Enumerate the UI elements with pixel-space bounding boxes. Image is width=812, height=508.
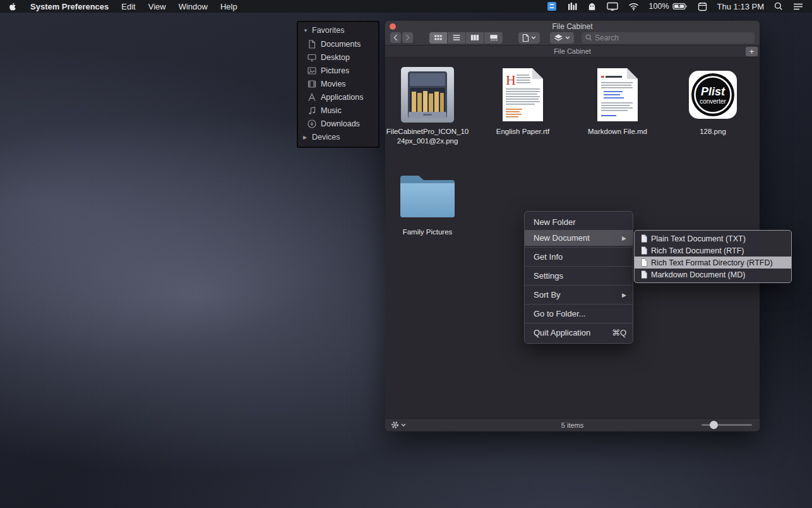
path-label: File Cabinet bbox=[554, 47, 591, 55]
app-menu-title[interactable]: System Preferences bbox=[24, 2, 115, 11]
add-tab-button[interactable]: + bbox=[746, 47, 758, 56]
context-menu: New Folder New Document ▶ Get Info Setti… bbox=[524, 211, 633, 344]
grid-view-icon bbox=[434, 34, 443, 41]
menu-edit[interactable]: Edit bbox=[115, 2, 141, 11]
music-icon bbox=[307, 106, 316, 115]
menu-separator bbox=[525, 266, 633, 267]
slider-knob[interactable] bbox=[710, 421, 718, 429]
file-item-english-paper[interactable]: H English Paper.rtf bbox=[479, 66, 567, 136]
folder-icon bbox=[397, 171, 458, 220]
menu-item-new-folder[interactable]: New Folder bbox=[525, 214, 633, 230]
submenu-item-rtf[interactable]: Rich Text Document (RTF) bbox=[635, 245, 791, 257]
chevron-right-icon bbox=[405, 34, 410, 41]
list-view-icon bbox=[452, 34, 461, 41]
menu-item-label: Get Info bbox=[534, 252, 563, 262]
sidebar-item-downloads[interactable]: Downloads bbox=[298, 117, 378, 130]
md-document-icon bbox=[596, 67, 639, 123]
battery-percent-label: 100% bbox=[649, 2, 669, 11]
icon-view-button[interactable] bbox=[429, 32, 448, 44]
wifi-icon[interactable] bbox=[628, 3, 639, 11]
file-item-filecabinet-png[interactable]: FileCabinetPro_ICON_1024px_001@2x.png bbox=[385, 66, 472, 146]
forward-button[interactable] bbox=[402, 32, 413, 43]
menu-item-label: Quit Application bbox=[534, 328, 590, 337]
sidebar-item-desktop[interactable]: Desktop bbox=[298, 51, 378, 64]
file-name: FileCabinetPro_ICON_1024px_001@2x.png bbox=[385, 127, 472, 146]
menu-item-settings[interactable]: Settings bbox=[525, 268, 633, 284]
disclosure-down-icon: ▼ bbox=[303, 28, 309, 33]
file-name: Family Pictures bbox=[385, 227, 472, 237]
search-icon bbox=[585, 34, 592, 41]
column-view-button[interactable] bbox=[466, 32, 484, 44]
favorites-header[interactable]: ▼ Favorites bbox=[298, 23, 378, 37]
menu-item-get-info[interactable]: Get Info bbox=[525, 249, 633, 265]
submenu-item-rtfd[interactable]: Rich Text Format Directory (RTFD) bbox=[635, 257, 791, 269]
devices-header[interactable]: ▶ Devices bbox=[298, 130, 378, 144]
search-field[interactable] bbox=[582, 32, 755, 44]
menubar-clock[interactable]: Thu 1:13 PM bbox=[717, 2, 764, 11]
submenu-item-txt[interactable]: Plain Text Document (TXT) bbox=[635, 233, 791, 245]
menu-item-quit-application[interactable]: Quit Application ⌘Q bbox=[525, 325, 633, 341]
sidebar-item-applications[interactable]: Applications bbox=[298, 90, 378, 104]
stack-action-button[interactable] bbox=[550, 32, 574, 44]
sidebar-item-label: Music bbox=[321, 106, 342, 115]
search-input[interactable] bbox=[595, 33, 751, 42]
spotlight-icon[interactable] bbox=[774, 2, 783, 11]
battery-status[interactable]: 100% bbox=[649, 2, 688, 11]
sidebar-item-label: Downloads bbox=[321, 119, 360, 128]
desktop-icon bbox=[307, 53, 316, 62]
logo-line1: Plist bbox=[701, 85, 725, 98]
sidebar-item-documents[interactable]: Documents bbox=[298, 37, 378, 51]
menu-item-sort-by[interactable]: Sort By ▶ bbox=[525, 287, 633, 303]
menu-window[interactable]: Window bbox=[172, 2, 214, 11]
movies-icon bbox=[307, 80, 316, 88]
display-status-icon[interactable] bbox=[607, 2, 618, 11]
submenu-item-md[interactable]: Markdown Document (MD) bbox=[635, 269, 791, 281]
bars-status-icon[interactable] bbox=[568, 2, 577, 11]
disclosure-right-icon: ▶ bbox=[303, 135, 309, 140]
submenu-item-label: Rich Text Format Directory (RTFD) bbox=[651, 258, 773, 267]
sidebar-item-movies[interactable]: Movies bbox=[298, 77, 378, 90]
document-icon bbox=[641, 234, 647, 243]
devices-label: Devices bbox=[312, 133, 340, 142]
gallery-view-button[interactable] bbox=[484, 32, 503, 44]
menu-item-label: Settings bbox=[534, 271, 563, 281]
document-action-button[interactable] bbox=[518, 32, 540, 44]
back-button[interactable] bbox=[390, 32, 401, 43]
file-cabinet-thumbnail-icon bbox=[399, 66, 456, 123]
file-name: 128.png bbox=[669, 127, 757, 136]
titlebar[interactable]: File Cabinet bbox=[385, 21, 760, 30]
menu-separator bbox=[525, 323, 633, 324]
sidebar-item-label: Documents bbox=[321, 40, 361, 49]
sidebar-item-label: Applications bbox=[321, 93, 363, 102]
calendar-status-icon[interactable] bbox=[698, 2, 707, 11]
menu-view[interactable]: View bbox=[142, 2, 172, 11]
menu-item-go-to-folder[interactable]: Go to Folder... bbox=[525, 306, 633, 322]
notification-center-icon[interactable] bbox=[793, 3, 803, 11]
icon-size-slider[interactable] bbox=[702, 424, 752, 426]
gallery-view-icon bbox=[489, 34, 498, 41]
battery-icon bbox=[672, 3, 688, 10]
sidebar-item-pictures[interactable]: Pictures bbox=[298, 64, 378, 77]
file-item-family-pictures[interactable]: Family Pictures bbox=[385, 166, 472, 237]
list-view-button[interactable] bbox=[448, 32, 466, 44]
menu-separator bbox=[525, 285, 633, 286]
file-name: English Paper.rtf bbox=[479, 127, 567, 136]
menu-help[interactable]: Help bbox=[214, 2, 244, 11]
document-icon bbox=[641, 270, 647, 279]
menubar: System Preferences Edit View Window Help bbox=[0, 0, 812, 13]
file-item-markdown[interactable]: Markdown File.md bbox=[573, 66, 662, 136]
apple-menu[interactable] bbox=[0, 0, 24, 13]
file-item-128-png[interactable]: Plist converter 128.png bbox=[669, 66, 757, 136]
menu-item-label: New Document bbox=[534, 233, 590, 243]
chevron-down-icon bbox=[531, 36, 536, 39]
menu-item-label: New Folder bbox=[534, 217, 575, 227]
sidebar-item-music[interactable]: Music bbox=[298, 104, 378, 117]
downloads-icon bbox=[307, 119, 316, 128]
dropcap: H bbox=[506, 72, 516, 88]
chevron-down-icon bbox=[565, 36, 570, 39]
menu-item-new-document[interactable]: New Document ▶ bbox=[525, 230, 633, 246]
submenu-item-label: Markdown Document (MD) bbox=[651, 270, 745, 279]
filecabinet-status-icon[interactable] bbox=[546, 1, 558, 11]
ghost-status-icon[interactable] bbox=[587, 2, 597, 11]
sidebar-item-label: Pictures bbox=[321, 66, 349, 75]
